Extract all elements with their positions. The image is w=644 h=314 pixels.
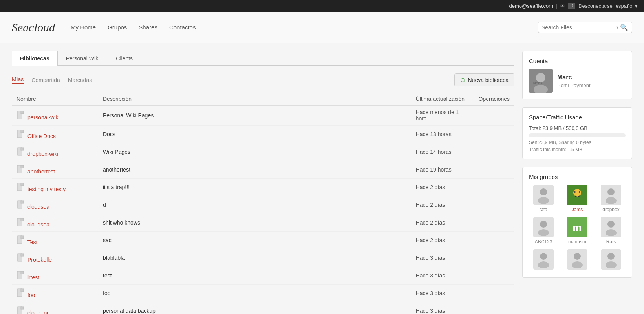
group-item[interactable]: tata [529, 185, 558, 212]
logo[interactable]: Seacloud [12, 21, 55, 34]
tab-clients[interactable]: Clients [108, 51, 141, 66]
cell-name: Office Docs [12, 126, 98, 143]
svg-rect-19 [21, 271, 24, 274]
library-link[interactable]: testing my testy [27, 186, 66, 192]
library-link[interactable]: Office Docs [27, 133, 56, 139]
usage-traffic: Traffic this month: 1,5 MB [529, 147, 626, 152]
cell-desc: Docs [98, 126, 411, 143]
cell-operations [474, 196, 514, 214]
subnav: Mías Compartida Marcadas ⊕ Nueva bibliot… [12, 73, 514, 86]
library-link[interactable]: Test [27, 239, 38, 245]
account-card: Cuenta MARC Marc Perfil Payment [522, 51, 632, 99]
svg-point-54 [606, 261, 617, 268]
nav-shares[interactable]: Shares [139, 22, 157, 32]
subnav-compartida[interactable]: Compartida [31, 77, 60, 83]
col-header-name: Nombre [12, 93, 98, 106]
file-icon [16, 288, 24, 298]
svg-point-39 [540, 221, 547, 228]
user-details: Marc Perfil Payment [557, 74, 591, 88]
tab-bibliotecas[interactable]: Bibliotecas [12, 51, 58, 66]
cell-desc: d [98, 196, 411, 214]
group-avatar: m [567, 217, 587, 237]
search-dropdown-icon[interactable]: ▾ [616, 25, 618, 30]
cell-updated: Hace 3 días [411, 302, 474, 314]
cell-desc: it's a trap!!! [98, 179, 411, 196]
cell-desc: personal data backup [98, 302, 411, 314]
mail-badge: 0 [568, 3, 575, 9]
library-link[interactable]: anothertest [27, 168, 55, 175]
library-link[interactable]: Protokolle [27, 257, 52, 263]
file-icon [16, 147, 24, 156]
cell-name: personal-wiki [12, 106, 98, 126]
language-selector[interactable]: español ▾ [616, 3, 638, 9]
cell-desc: shit who knows [98, 214, 411, 232]
groups-title: Mis grupos [529, 173, 626, 180]
nav-grupos[interactable]: Grupos [108, 22, 127, 32]
col-header-ops: Operaciones [474, 93, 514, 106]
search-input[interactable] [542, 24, 616, 31]
svg-point-47 [540, 253, 547, 260]
file-icon [16, 200, 24, 209]
sidebar: Cuenta MARC Marc Perfil Payment Spa [522, 51, 632, 314]
cell-operations [474, 302, 514, 314]
library-link[interactable]: dropbox-wiki [27, 151, 59, 157]
svg-point-33 [574, 191, 576, 193]
group-avatar [533, 185, 554, 205]
groups-grid: tata Jams dropbox ABC123 m manusm [529, 185, 626, 271]
group-avatar [533, 217, 554, 237]
group-item[interactable]: Rats [596, 217, 626, 245]
group-item[interactable]: ABC123 [529, 217, 558, 245]
svg-point-37 [606, 197, 617, 204]
nav-my-home[interactable]: My Home [71, 22, 96, 32]
cell-updated: Hace 14 horas [411, 143, 474, 161]
topbar: demo@seafile.com | ✉ 0 Desconectarse esp… [0, 0, 644, 12]
mail-icon[interactable]: ✉ [560, 3, 565, 9]
group-item[interactable]: Jams [563, 185, 592, 212]
cell-operations [474, 249, 514, 267]
cell-desc: foo [98, 285, 411, 302]
search-icon[interactable]: 🔍 [620, 24, 628, 31]
library-link[interactable]: cloudsea [27, 204, 49, 210]
svg-rect-9 [21, 183, 24, 186]
new-library-label: Nueva biblioteca [468, 77, 509, 83]
file-icon [16, 235, 24, 245]
group-item[interactable]: m manusm [563, 217, 592, 245]
table-row: personal-wiki Personal Wiki Pages Hace m… [12, 106, 514, 126]
content-area: Bibliotecas Personal Wiki Clients Mías C… [12, 51, 514, 314]
svg-point-51 [572, 261, 583, 268]
library-link[interactable]: cloudsea [27, 221, 49, 228]
tab-personal-wiki[interactable]: Personal Wiki [58, 51, 108, 66]
group-name: dropbox [602, 207, 619, 212]
file-icon [16, 306, 24, 314]
col-header-update: Última actualización [411, 93, 474, 106]
group-avatar [601, 249, 621, 270]
library-link[interactable]: foo [27, 292, 35, 298]
group-item[interactable] [563, 249, 592, 271]
svg-rect-17 [21, 254, 24, 256]
group-item[interactable] [529, 249, 558, 271]
svg-rect-1 [21, 111, 24, 114]
search-box: ▾ 🔍 [538, 22, 632, 33]
library-link[interactable]: personal-wiki [27, 114, 60, 120]
library-link[interactable]: irtest [27, 274, 39, 281]
subnav-mias[interactable]: Mías [12, 76, 24, 84]
group-avatar [601, 217, 621, 237]
cell-updated: Hace 13 horas [411, 126, 474, 143]
svg-point-40 [538, 229, 549, 236]
nav-contactos[interactable]: Contactos [169, 22, 196, 32]
new-library-button[interactable]: ⊕ Nueva biblioteca [454, 73, 514, 86]
group-avatar [533, 249, 554, 270]
group-name: manusm [568, 239, 586, 245]
cell-operations [474, 126, 514, 143]
subnav-marcadas[interactable]: Marcadas [68, 77, 92, 83]
file-icon [16, 217, 24, 227]
logout-link[interactable]: Desconectarse [578, 3, 613, 9]
main-nav: My Home Grupos Shares Contactos [71, 22, 522, 32]
group-item[interactable] [596, 249, 626, 271]
group-item[interactable]: dropbox [596, 185, 626, 212]
user-avatar: MARC [529, 69, 553, 93]
user-info: MARC Marc Perfil Payment [529, 69, 626, 93]
user-profile-link[interactable]: Perfil Payment [557, 82, 591, 88]
library-link[interactable]: cloud_pr [27, 310, 49, 314]
cell-operations [474, 161, 514, 179]
